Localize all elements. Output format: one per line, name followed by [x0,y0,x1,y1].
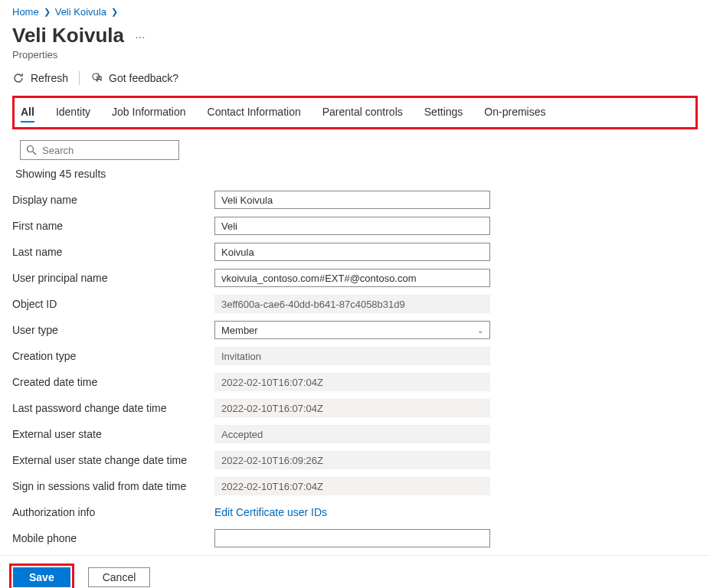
tab-identity[interactable]: Identity [56,103,90,122]
tab-contact-information[interactable]: Contact Information [208,103,301,122]
more-actions-button[interactable]: … [135,28,146,43]
label-display-name: Display name [12,194,214,206]
label-mobile-phone: Mobile phone [12,532,214,544]
feedback-label: Got feedback? [109,72,178,84]
separator [79,71,80,85]
signin-valid-value: 2022-02-10T16:07:04Z [214,477,490,495]
label-authorization-info: Authorization info [12,506,214,518]
authorization-info-link[interactable]: Edit Certificate user IDs [214,506,327,518]
refresh-icon [12,72,25,84]
external-user-state-value: Accepted [214,425,490,443]
object-id-value: 3eff600a-cae6-40dd-b641-87c4058b31d9 [214,295,490,313]
search-input[interactable] [38,144,174,157]
first-name-input[interactable] [214,217,490,235]
label-external-user-state: External user state [12,428,214,440]
footer-bar: Save Cancel [0,555,710,588]
chevron-down-icon: ⌄ [477,326,483,335]
label-creation-type: Creation type [12,350,214,362]
label-object-id: Object ID [12,298,214,310]
page-subtitle: Properties [12,49,698,60]
created-date-value: 2022-02-10T16:07:04Z [214,373,490,391]
breadcrumb-user[interactable]: Veli Koivula [55,6,106,18]
refresh-button[interactable]: Refresh [12,72,68,84]
tab-settings[interactable]: Settings [424,103,463,122]
results-count: Showing 45 results [15,168,698,180]
save-highlight-box: Save [9,564,74,588]
search-icon [25,144,38,156]
breadcrumb: Home ❯ Veli Koivula ❯ [12,5,698,19]
label-user-type: User type [12,324,214,336]
tab-parental-controls[interactable]: Parental controls [322,103,403,122]
last-name-input[interactable] [214,243,490,261]
label-first-name: First name [12,220,214,232]
tab-bar: All Identity Job Information Contact Inf… [18,103,692,122]
last-password-change-value: 2022-02-10T16:07:04Z [214,399,490,417]
external-user-state-change-value: 2022-02-10T16:09:26Z [214,451,490,469]
svg-point-0 [28,146,34,152]
tab-on-premises[interactable]: On-premises [484,103,545,122]
chevron-right-icon: ❯ [111,7,118,17]
upn-input[interactable] [214,269,490,287]
label-signin-valid: Sign in sessions valid from date time [12,480,214,492]
properties-form: Display name First name Last name User p… [12,191,698,547]
user-type-select[interactable]: Member ⌄ [214,321,490,339]
command-bar: Refresh Got feedback? [12,71,698,85]
refresh-label: Refresh [31,72,68,84]
page-title: Veli Koivula [12,24,124,47]
creation-type-value: Invitation [214,347,490,365]
chevron-right-icon: ❯ [44,7,51,17]
tab-job-information[interactable]: Job Information [112,103,186,122]
label-upn: User principal name [12,272,214,284]
label-created-date: Created date time [12,376,214,388]
label-last-password-change: Last password change date time [12,402,214,414]
save-button[interactable]: Save [13,567,70,587]
feedback-icon [90,72,103,84]
cancel-button[interactable]: Cancel [88,567,151,587]
search-box[interactable] [20,140,179,160]
feedback-button[interactable]: Got feedback? [90,72,178,84]
user-type-value: Member [221,325,258,336]
label-last-name: Last name [12,246,214,258]
svg-line-1 [33,152,36,155]
display-name-input[interactable] [214,191,490,209]
mobile-phone-input[interactable] [214,529,490,547]
label-external-user-state-change: External user state change date time [12,454,214,466]
tabs-highlight-box: All Identity Job Information Contact Inf… [12,96,698,129]
breadcrumb-home[interactable]: Home [12,6,39,18]
tab-all[interactable]: All [21,103,34,122]
